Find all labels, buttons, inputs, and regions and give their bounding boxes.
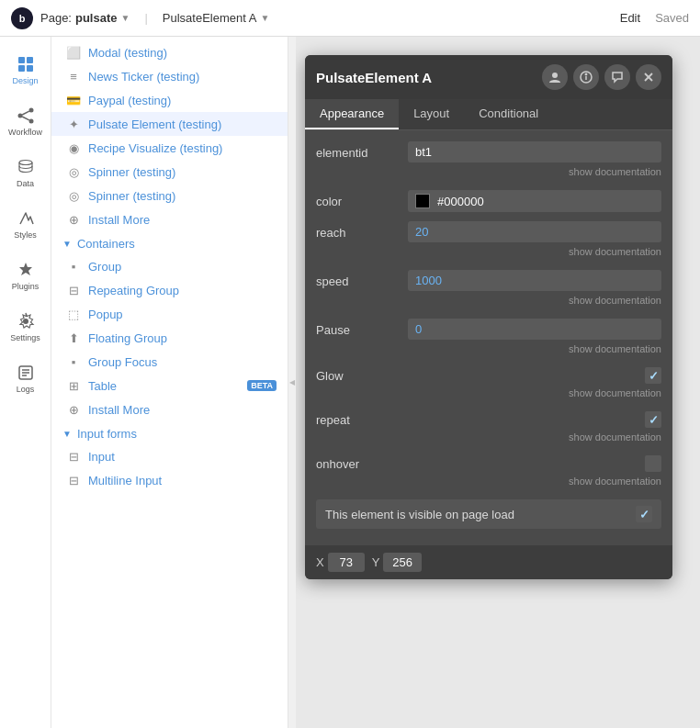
recipe-label: Recipe Visualize (testing) bbox=[88, 141, 277, 155]
resize-handle[interactable] bbox=[288, 37, 296, 728]
reach-show-doc[interactable]: show documentation bbox=[316, 244, 661, 261]
glow-checkbox[interactable] bbox=[645, 367, 661, 384]
list-item-install-more-1[interactable]: ⊕ Install More bbox=[51, 207, 288, 231]
reach-input[interactable] bbox=[408, 221, 661, 242]
sidebar-item-plugins[interactable]: Plugins bbox=[0, 250, 51, 301]
sidebar-item-settings[interactable]: Settings bbox=[0, 301, 51, 353]
repeat-show-doc[interactable]: show documentation bbox=[316, 430, 661, 446]
elementid-input[interactable] bbox=[408, 141, 661, 162]
tab-appearance[interactable]: Appearance bbox=[305, 99, 399, 129]
modal-label: Modal (testing) bbox=[88, 46, 277, 60]
color-picker[interactable]: #000000 bbox=[408, 190, 661, 212]
elementid-show-doc[interactable]: show documentation bbox=[316, 164, 661, 181]
news-icon: ≡ bbox=[66, 69, 81, 84]
list-item-group-focus[interactable]: ▪ Group Focus bbox=[51, 350, 288, 374]
pause-show-doc[interactable]: show documentation bbox=[316, 342, 661, 358]
comment-icon-button[interactable] bbox=[604, 64, 630, 90]
logs-label: Logs bbox=[17, 385, 35, 394]
input-icon: ⊟ bbox=[66, 449, 81, 464]
field-speed: speed show documentation bbox=[316, 270, 661, 309]
sidebar-nav: Design Workflow Data Styles bbox=[0, 37, 51, 728]
onhover-show-doc[interactable]: show documentation bbox=[316, 474, 661, 490]
list-item-multiline[interactable]: ⊟ Multiline Input bbox=[51, 468, 288, 492]
sidebar-item-styles[interactable]: Styles bbox=[0, 198, 51, 250]
input-forms-arrow-icon: ▼ bbox=[62, 429, 72, 439]
canvas-area: PulsateElement A bbox=[296, 37, 700, 728]
list-item-table[interactable]: ⊞ Table BETA bbox=[51, 374, 288, 398]
workflow-icon bbox=[17, 106, 35, 125]
input-forms-label: Input forms bbox=[77, 427, 137, 441]
element-editor-dialog: PulsateElement A bbox=[305, 55, 672, 579]
speed-show-doc[interactable]: show documentation bbox=[316, 293, 661, 309]
color-hex-value: #000000 bbox=[437, 195, 484, 208]
sidebar-item-logs[interactable]: Logs bbox=[0, 353, 51, 404]
svg-point-6 bbox=[28, 118, 33, 123]
containers-section-header[interactable]: ▼ Containers bbox=[51, 231, 288, 254]
modal-icon: ⬜ bbox=[66, 45, 81, 60]
list-item-repeating-group[interactable]: ⊟ Repeating Group bbox=[51, 278, 288, 302]
info-icon-button[interactable] bbox=[573, 64, 599, 90]
info-icon bbox=[580, 71, 593, 84]
install-icon-1: ⊕ bbox=[66, 212, 81, 227]
main-layout: Design Workflow Data Styles bbox=[0, 37, 700, 728]
x-label: X bbox=[316, 555, 324, 569]
list-item-popup[interactable]: ⬚ Popup bbox=[51, 302, 288, 326]
x-value[interactable]: 73 bbox=[328, 553, 365, 572]
field-onhover: onhover show documentation bbox=[316, 455, 661, 490]
glow-show-doc[interactable]: show documentation bbox=[316, 386, 661, 402]
user-icon-button[interactable] bbox=[542, 64, 568, 90]
multiline-icon: ⊟ bbox=[66, 473, 81, 487]
page-label: Page: bbox=[40, 11, 72, 25]
list-item-input[interactable]: ⊟ Input bbox=[51, 444, 288, 468]
list-item-pulsate[interactable]: ✦ Pulsate Element (testing) bbox=[51, 112, 288, 136]
page-dropdown-icon[interactable]: ▼ bbox=[121, 13, 130, 23]
edit-button[interactable]: Edit bbox=[620, 11, 640, 25]
element-list: ⬜ Modal (testing) ≡ News Ticker (testing… bbox=[51, 37, 288, 496]
sidebar-item-design[interactable]: Design bbox=[0, 44, 51, 95]
element-selector[interactable]: PulsateElement A ▼ bbox=[163, 11, 270, 25]
dialog-header-icons bbox=[542, 64, 661, 90]
speed-input[interactable] bbox=[408, 270, 661, 291]
list-item-group[interactable]: ▪ Group bbox=[51, 254, 288, 278]
design-icon bbox=[17, 55, 35, 73]
list-item-paypal[interactable]: 💳 Paypal (testing) bbox=[51, 88, 288, 112]
sidebar-item-data[interactable]: Data bbox=[0, 147, 51, 198]
list-item-modal[interactable]: ⬜ Modal (testing) bbox=[51, 40, 288, 64]
color-label: color bbox=[316, 190, 408, 208]
list-item-floating-group[interactable]: ⬆ Floating Group bbox=[51, 326, 288, 350]
glow-label: Glow bbox=[316, 369, 344, 383]
y-label: Y bbox=[372, 555, 380, 569]
input-label: Input bbox=[88, 450, 277, 464]
pulsate-label: Pulsate Element (testing) bbox=[88, 118, 277, 131]
spinner2-icon: ◎ bbox=[66, 188, 81, 203]
floating-group-icon: ⬆ bbox=[66, 330, 81, 345]
list-item-spinner1[interactable]: ◎ Spinner (testing) bbox=[51, 160, 288, 184]
y-value[interactable]: 256 bbox=[383, 553, 422, 572]
visible-on-load-row: This element is visible on page load bbox=[316, 499, 661, 529]
paypal-icon: 💳 bbox=[66, 93, 81, 107]
list-item-install-more-2[interactable]: ⊕ Install More bbox=[51, 398, 288, 421]
list-item-recipe[interactable]: ◉ Recipe Visualize (testing) bbox=[51, 136, 288, 160]
containers-label: Containers bbox=[77, 237, 135, 251]
onhover-checkbox[interactable] bbox=[645, 455, 661, 472]
element-name: PulsateElement A bbox=[163, 11, 257, 25]
close-icon-button[interactable] bbox=[636, 64, 661, 90]
input-forms-section-header[interactable]: ▼ Input forms bbox=[51, 421, 288, 444]
spinner1-label: Spinner (testing) bbox=[88, 165, 277, 179]
pulsate-icon: ✦ bbox=[66, 117, 81, 131]
list-item-news-ticker[interactable]: ≡ News Ticker (testing) bbox=[51, 64, 288, 88]
element-dropdown-icon[interactable]: ▼ bbox=[260, 13, 269, 23]
reach-label: reach bbox=[316, 221, 408, 240]
list-item-spinner2[interactable]: ◎ Spinner (testing) bbox=[51, 184, 288, 207]
visible-on-load-checkbox[interactable] bbox=[636, 506, 652, 522]
sidebar-item-workflow[interactable]: Workflow bbox=[0, 95, 51, 147]
tab-layout[interactable]: Layout bbox=[399, 99, 464, 129]
visible-on-load-label: This element is visible on page load bbox=[325, 508, 514, 521]
repeat-checkbox[interactable] bbox=[645, 411, 661, 428]
data-icon bbox=[17, 158, 35, 176]
repeating-group-icon: ⊟ bbox=[66, 283, 81, 297]
pause-input[interactable] bbox=[408, 319, 661, 340]
dialog-content: elementid show documentation color bbox=[305, 130, 672, 545]
page-selector[interactable]: Page: pulsate ▼ bbox=[40, 11, 130, 25]
tab-conditional[interactable]: Conditional bbox=[464, 99, 553, 129]
